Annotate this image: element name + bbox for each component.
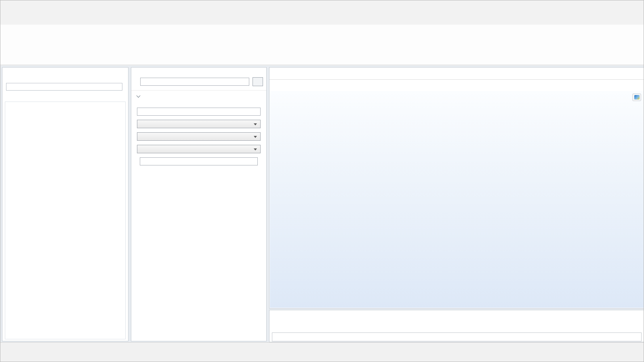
messages-tabs bbox=[269, 310, 644, 322]
coil-excitation-label bbox=[137, 141, 261, 145]
coil-current-label bbox=[137, 153, 261, 157]
statusbar bbox=[0, 342, 644, 362]
coil-excitation-select[interactable] bbox=[137, 145, 261, 153]
coil-type-label bbox=[137, 128, 261, 132]
magnetic-flux-density-plot[interactable] bbox=[270, 91, 644, 308]
conductor-model-label bbox=[137, 116, 261, 120]
coil-type-select[interactable] bbox=[137, 132, 261, 141]
model-builder-toolbar bbox=[2, 72, 128, 82]
section-coil[interactable] bbox=[131, 90, 266, 102]
chevron-open-icon bbox=[137, 93, 141, 97]
settings-subtitle bbox=[131, 72, 266, 76]
graphics-panel bbox=[269, 67, 644, 309]
settings-panel bbox=[131, 67, 267, 341]
ribbon bbox=[0, 25, 644, 65]
messages-output bbox=[272, 332, 642, 341]
plot-thumbnail-button[interactable] bbox=[632, 93, 641, 101]
motor-3d-visualization bbox=[270, 91, 644, 308]
model-builder-panel bbox=[2, 67, 128, 341]
coil-current-input[interactable] bbox=[140, 157, 258, 165]
titlebar bbox=[0, 0, 644, 13]
messages-toolbar bbox=[269, 322, 644, 332]
rename-button[interactable] bbox=[253, 77, 263, 86]
model-tree bbox=[5, 102, 126, 339]
conductor-model-select[interactable] bbox=[137, 120, 261, 128]
menubar bbox=[0, 13, 644, 25]
graphics-toolbar bbox=[269, 80, 644, 91]
label-input[interactable] bbox=[140, 78, 249, 86]
coil-name-input[interactable] bbox=[137, 108, 261, 116]
coil-name-label bbox=[137, 104, 261, 108]
messages-panel bbox=[269, 310, 644, 342]
help-button[interactable] bbox=[633, 3, 640, 10]
tree-filter-input[interactable] bbox=[6, 83, 122, 91]
graphics-tabs bbox=[269, 68, 644, 80]
comsol-window bbox=[0, 0, 644, 362]
